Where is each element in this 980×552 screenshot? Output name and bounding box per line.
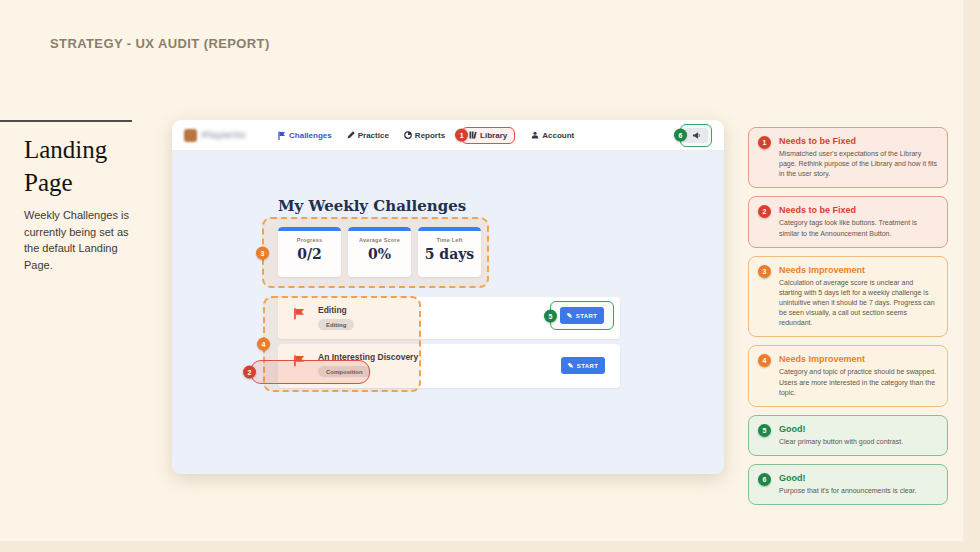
finding-card-2: 2 Needs to be Fixed Category tags look l…: [748, 196, 948, 247]
nav-item-label: Library: [480, 131, 507, 140]
annotation-box-3-stats: 3 Progress 0/2 Average Score 0% Time Lef…: [262, 217, 489, 288]
start-button[interactable]: ✎ START: [560, 307, 604, 324]
stat-card-accent-bar: [278, 227, 341, 231]
finding-title: Good!: [779, 424, 938, 434]
annotation-box-2-category-tag: 2: [250, 360, 370, 384]
finding-title: Needs to be Fixed: [779, 205, 938, 215]
flag-icon: [278, 131, 286, 140]
finding-card-3: 3 Needs Improvement Calculation of avera…: [748, 256, 948, 338]
nav-item-label: Challenges: [289, 131, 332, 140]
annotation-box-5-start-button: 5 ✎ START: [550, 301, 614, 330]
announcement-button[interactable]: [684, 128, 708, 143]
pencil-icon: ✎: [568, 362, 574, 369]
finding-title: Needs Improvement: [779, 265, 938, 275]
finding-body: Calculation of average score is unclear …: [779, 278, 938, 329]
nav-item-practice[interactable]: Practice: [347, 131, 389, 140]
finding-badge: 3: [758, 265, 771, 278]
finding-badge: 4: [758, 354, 771, 367]
stats-row: Progress 0/2 Average Score 0% Time Left …: [278, 227, 481, 277]
stat-card-average-score: Average Score 0%: [348, 227, 411, 277]
nav-item-reports[interactable]: Reports: [404, 131, 445, 140]
mockup-content: My Weekly Challenges Editing Editing 5 ✎…: [172, 151, 724, 474]
pencil-icon: [347, 131, 355, 139]
stat-value: 5 days: [418, 246, 481, 262]
finding-card-5: 5 Good! Clear primary button with good c…: [748, 415, 948, 456]
section-description: Weekly Challenges is currently being set…: [24, 207, 144, 273]
nav-item-label: Reports: [415, 131, 445, 140]
finding-badge: 1: [758, 136, 771, 149]
annotation-box-6-announcement: 6: [680, 124, 712, 147]
nav-item-label: Practice: [358, 131, 389, 140]
finding-body: Mismatched user's expectations of the Li…: [779, 149, 938, 179]
stat-card-progress: Progress 0/2: [278, 227, 341, 277]
nav-menu: Challenges Practice Reports 1 Library Ac…: [278, 127, 574, 144]
finding-body: Purpose that it's for announcements is c…: [779, 486, 938, 496]
finding-badge: 6: [758, 473, 771, 486]
mockup-navbar: Playwrite Challenges Practice Reports 1 …: [172, 120, 724, 151]
finding-card-4: 4 Needs Improvement Category and topic o…: [748, 345, 948, 406]
app-logo-icon: [184, 129, 197, 142]
annotation-badge-6: 6: [674, 129, 687, 142]
stat-card-accent-bar: [348, 227, 411, 231]
finding-body: Clear primary button with good contrast.: [779, 437, 938, 447]
stat-card-time-left: Time Left 5 days: [418, 227, 481, 277]
start-button[interactable]: ✎ START: [561, 357, 605, 374]
app-logo: Playwrite: [184, 129, 246, 142]
annotation-badge-3: 3: [256, 246, 269, 259]
start-button-label: START: [576, 313, 598, 319]
pencil-icon: ✎: [567, 312, 573, 319]
app-logo-text: Playwrite: [202, 130, 246, 140]
findings-column: 1 Needs to be Fixed Mismatched user's ex…: [748, 127, 948, 513]
stat-card-accent-bar: [418, 227, 481, 231]
annotation-badge-5: 5: [544, 309, 557, 322]
stat-label: Progress: [278, 237, 341, 243]
report-title: STRATEGY - UX AUDIT (REPORT): [50, 36, 270, 51]
finding-badge: 5: [758, 424, 771, 437]
nav-item-label: Account: [542, 131, 574, 140]
finding-body: Category and topic of practice should be…: [779, 367, 938, 397]
section-divider-line: [0, 120, 132, 122]
annotation-badge-2: 2: [243, 366, 256, 379]
section-title: Landing Page: [24, 134, 136, 199]
nav-item-account[interactable]: Account: [531, 131, 574, 140]
finding-body: Category tags look like buttons. Treatme…: [779, 218, 938, 238]
annotation-badge-4: 4: [257, 338, 270, 351]
stat-label: Average Score: [348, 237, 411, 243]
page-heading: My Weekly Challenges: [278, 197, 466, 215]
finding-card-6: 6 Good! Purpose that it's for announceme…: [748, 464, 948, 505]
stat-value: 0%: [348, 246, 411, 262]
annotation-box-1-library: 1 Library: [461, 127, 515, 144]
megaphone-icon: [692, 128, 701, 143]
person-icon: [531, 131, 539, 139]
finding-title: Needs to be Fixed: [779, 136, 938, 146]
nav-item-library[interactable]: Library: [469, 131, 507, 140]
pie-chart-icon: [404, 131, 412, 139]
mockup-window: Playwrite Challenges Practice Reports 1 …: [172, 120, 724, 474]
stat-value: 0/2: [278, 246, 341, 262]
finding-badge: 2: [758, 205, 771, 218]
annotation-badge-1: 1: [455, 129, 468, 142]
nav-item-challenges[interactable]: Challenges: [278, 131, 332, 140]
finding-title: Needs Improvement: [779, 354, 938, 364]
stat-label: Time Left: [418, 237, 481, 243]
start-button-label: START: [577, 363, 599, 369]
books-icon: [469, 131, 477, 139]
finding-card-1: 1 Needs to be Fixed Mismatched user's ex…: [748, 127, 948, 188]
finding-title: Good!: [779, 473, 938, 483]
